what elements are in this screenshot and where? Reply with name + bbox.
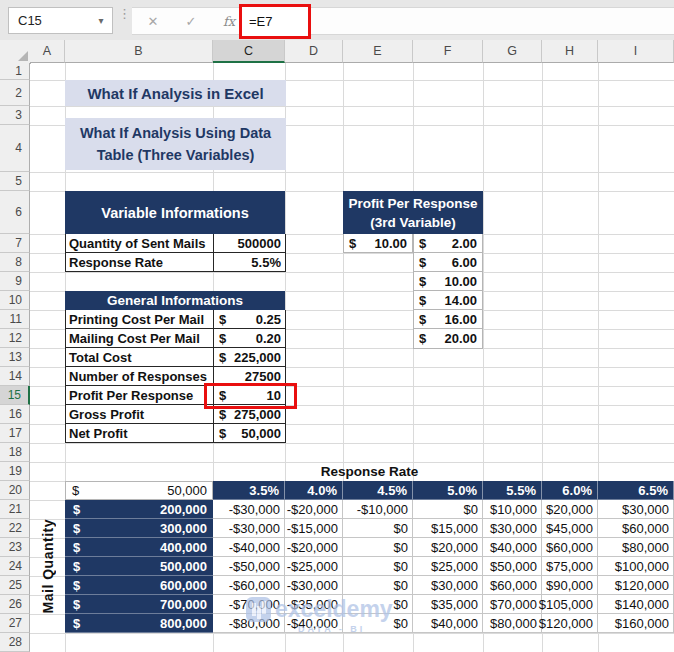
row-header-17[interactable]: 17	[0, 424, 30, 443]
cell-label[interactable]: Profit Per Response	[66, 386, 214, 405]
table-value-cell[interactable]: $0	[343, 595, 413, 614]
row-header-11[interactable]: 11	[0, 310, 30, 329]
table-value-cell[interactable]: $40,000	[413, 614, 483, 633]
row-header-5[interactable]: 5	[0, 172, 30, 191]
table-value-cell[interactable]: $140,000	[598, 595, 674, 614]
table-value-cell[interactable]: $45,000	[542, 519, 598, 538]
column-header-C[interactable]: C	[213, 40, 285, 63]
table-value-cell[interactable]: $0	[343, 557, 413, 576]
third-variable-option-cell[interactable]: $20.00	[414, 329, 482, 348]
table-value-cell[interactable]: $120,000	[598, 576, 674, 595]
row-header-25[interactable]: 25	[0, 576, 30, 595]
cell-value[interactable]: $225,000	[214, 348, 286, 367]
table-value-cell[interactable]: $15,000	[413, 519, 483, 538]
table-value-cell[interactable]: $60,000	[542, 538, 598, 557]
rate-header-cell[interactable]: 5.0%	[413, 481, 483, 500]
table-value-cell[interactable]: -$60,000	[213, 576, 285, 595]
cell-value[interactable]: $0.20	[214, 329, 286, 348]
table-value-cell[interactable]: -$30,000	[285, 576, 343, 595]
row-header-26[interactable]: 26	[0, 595, 30, 614]
third-variable-option-cell[interactable]: $16.00	[414, 310, 482, 329]
quantity-header-cell[interactable]: $800,000	[65, 614, 213, 633]
rate-header-cell[interactable]: 3.5%	[213, 481, 285, 500]
row-header-1[interactable]: 1	[0, 63, 30, 80]
table-value-cell[interactable]: $0	[413, 500, 483, 519]
row-header-2[interactable]: 2	[0, 80, 30, 106]
select-all-corner[interactable]	[0, 40, 31, 64]
quantity-header-cell[interactable]: $200,000	[65, 500, 213, 519]
name-box[interactable]: C15 ▾	[8, 7, 113, 34]
cancel-icon[interactable]: ✕	[138, 8, 168, 34]
cell-label[interactable]: Total Cost	[66, 348, 214, 367]
table-value-cell[interactable]: -$50,000	[213, 557, 285, 576]
third-variable-option-cell[interactable]: $6.00	[414, 253, 482, 272]
cell-label[interactable]: Net Profit	[66, 424, 214, 443]
table-value-cell[interactable]: $60,000	[483, 576, 542, 595]
row-header-9[interactable]: 9	[0, 272, 30, 291]
cell-label[interactable]: Response Rate	[66, 253, 214, 272]
rate-header-cell[interactable]: 4.0%	[285, 481, 343, 500]
table-value-cell[interactable]: $20,000	[413, 538, 483, 557]
cell-value[interactable]: 500000	[214, 234, 286, 253]
table-value-cell[interactable]: $75,000	[542, 557, 598, 576]
table-value-cell[interactable]: $0	[343, 576, 413, 595]
table-value-cell[interactable]: $0	[343, 614, 413, 633]
table-value-cell[interactable]: $160,000	[598, 614, 674, 633]
cell-label[interactable]: Gross Profit	[66, 405, 214, 424]
row-header-20[interactable]: 20	[0, 481, 30, 500]
table-value-cell[interactable]: $25,000	[413, 557, 483, 576]
table-value-cell[interactable]: $60,000	[598, 519, 674, 538]
rate-header-cell[interactable]: 6.5%	[598, 481, 674, 500]
table-value-cell[interactable]: -$80,000	[213, 614, 285, 633]
table-value-cell[interactable]: -$30,000	[213, 519, 285, 538]
quantity-header-cell[interactable]: $300,000	[65, 519, 213, 538]
table-value-cell[interactable]: -$35,000	[285, 595, 343, 614]
row-header-10[interactable]: 10	[0, 291, 30, 310]
column-header-D[interactable]: D	[285, 40, 343, 63]
row-header-28[interactable]: 28	[0, 633, 30, 652]
third-variable-selected-cell[interactable]: $ 10.00	[343, 234, 413, 253]
table-value-cell[interactable]: $120,000	[542, 614, 598, 633]
table-value-cell[interactable]: $20,000	[542, 500, 598, 519]
third-variable-option-cell[interactable]: $10.00	[414, 272, 482, 291]
name-box-dropdown-icon[interactable]: ▾	[90, 15, 112, 26]
row-header-4[interactable]: 4	[0, 125, 30, 172]
row-header-6[interactable]: 6	[0, 191, 30, 234]
row-header-12[interactable]: 12	[0, 329, 30, 348]
row-header-19[interactable]: 19	[0, 462, 30, 481]
table-value-cell[interactable]: -$10,000	[343, 500, 413, 519]
quantity-header-cell[interactable]: $600,000	[65, 576, 213, 595]
column-header-A[interactable]: A	[30, 40, 65, 63]
table-value-cell[interactable]: $35,000	[413, 595, 483, 614]
table-value-cell[interactable]: $0	[343, 538, 413, 557]
formula-input-strip[interactable]: ✕ ✓ fx	[132, 7, 674, 35]
column-header-E[interactable]: E	[343, 40, 413, 63]
row-header-3[interactable]: 3	[0, 106, 30, 125]
enter-icon[interactable]: ✓	[176, 8, 206, 34]
cell-label[interactable]: Number of Responses	[66, 367, 214, 386]
table-value-cell[interactable]: $70,000	[483, 595, 542, 614]
cell-label[interactable]: Printing Cost Per Mail	[66, 310, 214, 329]
table-value-cell[interactable]: -$70,000	[213, 595, 285, 614]
cell-value[interactable]: 5.5%	[214, 253, 286, 272]
row-header-14[interactable]: 14	[0, 367, 30, 386]
table-value-cell[interactable]: $30,000	[413, 576, 483, 595]
table-value-cell[interactable]: $10,000	[483, 500, 542, 519]
cell-value[interactable]: $0.25	[214, 310, 286, 329]
table-value-cell[interactable]: $40,000	[483, 538, 542, 557]
row-header-8[interactable]: 8	[0, 253, 30, 272]
rate-header-cell[interactable]: 6.0%	[542, 481, 598, 500]
table-value-cell[interactable]: -$40,000	[285, 614, 343, 633]
table-value-cell[interactable]: $30,000	[598, 500, 674, 519]
quantity-header-cell[interactable]: $400,000	[65, 538, 213, 557]
rate-header-cell[interactable]: 5.5%	[483, 481, 542, 500]
table-value-cell[interactable]: $50,000	[483, 557, 542, 576]
row-header-16[interactable]: 16	[0, 405, 30, 424]
third-variable-option-cell[interactable]: $14.00	[414, 291, 482, 310]
table-value-cell[interactable]: -$20,000	[285, 500, 343, 519]
quantity-header-cell[interactable]: $700,000	[65, 595, 213, 614]
column-header-F[interactable]: F	[413, 40, 483, 63]
cell-label[interactable]: Mailing Cost Per Mail	[66, 329, 214, 348]
row-header-18[interactable]: 18	[0, 443, 30, 462]
table-corner-cell[interactable]: $50,000	[65, 481, 213, 500]
